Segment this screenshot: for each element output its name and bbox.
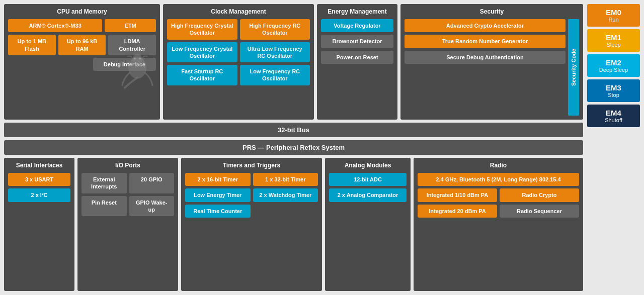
timer16-chip: 2 x 16-bit Timer [185, 173, 251, 186]
svg-point-1 [132, 54, 142, 66]
gpio20-chip: 20 GPIO [129, 173, 175, 193]
radio-grid: Integrated 1/10 dBm PA Radio Crypto Inte… [418, 188, 579, 218]
cpu-title: CPU and Memory [8, 8, 156, 15]
em3-label: EM3 [590, 83, 637, 92]
timer32-chip: 1 x 32-bit Timer [253, 173, 318, 186]
pa20-chip: Integrated 20 dBm PA [418, 205, 497, 218]
em0-item: EM0 Run [587, 4, 640, 27]
serial-chips: 3 x USART 2 x I²C [8, 173, 70, 202]
clock-title: Clock Management [167, 8, 310, 15]
main-container: CPU and Memory ARM® Cortex®-M33 ETM Up t… [0, 0, 644, 295]
letimer-chip: Low Energy Timer [185, 188, 251, 202]
gecko-logo [120, 53, 155, 99]
seq-chip: Radio Sequencer [500, 205, 579, 218]
security-inner: Advanced Crypto Accelerator True Random … [405, 19, 579, 116]
cortex-chip: ARM® Cortex®-M33 [8, 19, 102, 32]
gpio-wu-chip: GPIO Wake-up [129, 196, 175, 217]
hfxo-chip: High Frequency Crystal Oscillator [167, 19, 237, 40]
lfrco-chip: Low Frequency RC Oscillator [240, 65, 310, 85]
cpu-block: CPU and Memory ARM® Cortex®-M33 ETM Up t… [4, 4, 160, 120]
clock-block: Clock Management High Frequency Crystal … [163, 4, 314, 120]
aca-chip: Advanced Crypto Accelerator [405, 19, 566, 32]
vreg-chip: Voltage Regulator [321, 19, 393, 32]
energy-block: Energy Management Voltage Regulator Brow… [317, 4, 397, 120]
bus-row: 32-bit Bus [4, 123, 583, 137]
pin-rst-chip: Pin Reset [82, 196, 127, 217]
lfxo-chip: Low Frequency Crystal Oscillator [167, 42, 237, 63]
io-title: I/O Ports [82, 162, 174, 169]
analog-chips: 12-bit ADC 2 x Analog Comparator [329, 173, 407, 202]
adc-chip: 12-bit ADC [329, 173, 407, 186]
left-content: CPU and Memory ARM® Cortex®-M33 ETM Up t… [4, 4, 583, 291]
analog-block: Analog Modules 12-bit ADC 2 x Analog Com… [325, 158, 411, 291]
timers-grid: 2 x 16-bit Timer 1 x 32-bit Timer Low En… [185, 173, 318, 218]
em1-label: EM1 [590, 33, 637, 42]
security-block: Security Advanced Crypto Accelerator Tru… [400, 4, 583, 120]
ext-int-chip: External Interrupts [82, 173, 127, 193]
em2-item: EM2 Deep Sleep [587, 54, 640, 77]
pa110-chip: Integrated 1/10 dBm PA [418, 188, 497, 202]
top-row: CPU and Memory ARM® Cortex®-M33 ETM Up t… [4, 4, 583, 120]
etm-chip: ETM [105, 19, 156, 32]
security-chips: Advanced Crypto Accelerator True Random … [405, 19, 566, 116]
security-code-bar: Security Code [568, 19, 579, 116]
em3-sub: Stop [590, 92, 637, 98]
rtc-chip: Real Time Counter [185, 205, 251, 218]
sda-chip: Secure Debug Authentication [405, 51, 566, 64]
bt5-chip: 2.4 GHz, Bluetooth 5 (2M, Long Range) 80… [418, 173, 579, 186]
radio-chips: 2.4 GHz, Bluetooth 5 (2M, Long Range) 80… [418, 173, 579, 218]
timers-title: Timers and Triggers [185, 162, 318, 169]
flash-chip: Up to 1 MB Flash [8, 35, 56, 55]
radio-title: Radio [418, 162, 579, 169]
analog-title: Analog Modules [329, 162, 407, 169]
ram-chip: Up to 96 kB RAM [58, 35, 106, 55]
em1-sub: Sleep [590, 42, 637, 48]
io-grid: External Interrupts 20 GPIO Pin Reset GP… [82, 173, 174, 216]
em0-label: EM0 [590, 8, 637, 17]
energy-inner: Voltage Regulator Brownout Detector Powe… [321, 19, 393, 64]
bod-chip: Brownout Detector [321, 35, 393, 48]
por-chip: Power-on Reset [321, 51, 393, 64]
bottom-row: Serial Interfaces 3 x USART 2 x I²C I/O … [4, 158, 583, 291]
fsrco-chip: Fast Startup RC Oscillator [167, 65, 237, 85]
svg-point-3 [139, 58, 141, 60]
crypto-chip: Radio Crypto [500, 188, 579, 202]
i2c-chip: 2 x I²C [8, 188, 70, 202]
em1-item: EM1 Sleep [587, 29, 640, 52]
io-block: I/O Ports External Interrupts 20 GPIO Pi… [77, 158, 178, 291]
radio-block: Radio 2.4 GHz, Bluetooth 5 (2M, Long Ran… [414, 158, 583, 291]
svg-point-2 [134, 58, 136, 60]
em-sidebar: EM0 Run EM1 Sleep EM2 Deep Sleep EM3 Sto… [587, 4, 640, 291]
security-title: Security [405, 8, 579, 15]
em3-item: EM3 Stop [587, 79, 640, 102]
cpu-row-1: ARM® Cortex®-M33 ETM [8, 19, 156, 32]
em4-sub: Shutoff [590, 117, 637, 123]
hfrco-chip: High Frequency RC Oscillator [240, 19, 310, 40]
usart-chip: 3 x USART [8, 173, 70, 186]
em0-sub: Run [590, 17, 637, 23]
em4-label: EM4 [590, 109, 637, 117]
energy-title: Energy Management [321, 8, 393, 15]
em2-sub: Deep Sleep [590, 67, 637, 73]
timers-block: Timers and Triggers 2 x 16-bit Timer 1 x… [181, 158, 322, 291]
em2-label: EM2 [590, 58, 637, 67]
serial-block: Serial Interfaces 3 x USART 2 x I²C [4, 158, 74, 291]
trng-chip: True Random Number Generator [405, 35, 566, 48]
comp-chip: 2 x Analog Comparator [329, 188, 407, 202]
ulfrco-chip: Ultra Low Frequency RC Oscillator [240, 42, 310, 63]
serial-title: Serial Interfaces [8, 162, 70, 169]
clock-grid: High Frequency Crystal Oscillator High F… [167, 19, 310, 85]
wdog-chip: 2 x Watchdog Timer [253, 188, 318, 202]
prs-row: PRS — Peripheral Reflex System [4, 140, 583, 155]
em4-item: EM4 Shutoff [587, 105, 640, 127]
